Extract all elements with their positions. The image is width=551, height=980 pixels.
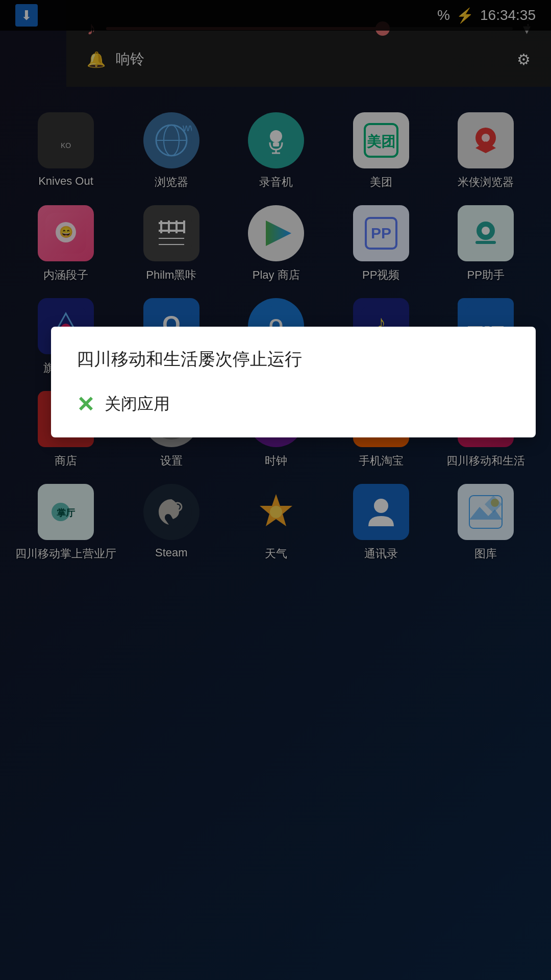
dialog-overlay: 四川移动和生活屡次停止运行 ✕ 关闭应用	[0, 0, 551, 980]
close-x-icon[interactable]: ✕	[77, 392, 94, 417]
close-app-action[interactable]: ✕ 关闭应用	[77, 392, 510, 417]
dialog-title: 四川移动和生活屡次停止运行	[77, 347, 510, 372]
close-app-label: 关闭应用	[105, 393, 170, 415]
crash-dialog: 四川移动和生活屡次停止运行 ✕ 关闭应用	[51, 327, 536, 437]
